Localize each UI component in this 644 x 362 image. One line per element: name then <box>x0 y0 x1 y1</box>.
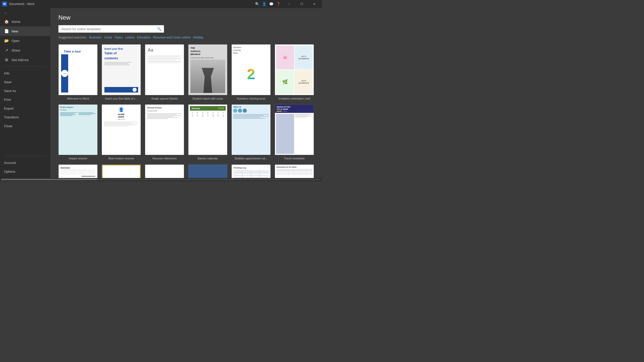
sidebar-label-info: Info <box>4 71 10 75</box>
home-icon: 🏠 <box>4 19 9 24</box>
template-card-resume-impact[interactable]: Robin Zupanc Paralegal <box>58 104 98 160</box>
suggested-searches: Suggested searches: Business Cards Flyer… <box>58 36 314 39</box>
template-thumb-calendar: JanuaryYEAR Su Mo Tu We Th Fr Sa 1 2 <box>188 104 227 155</box>
restore-button[interactable]: ❐ <box>296 0 307 8</box>
content-area: New 🔍 Suggested searches: Business Cards… <box>50 8 322 178</box>
template-thumb-resume-bold: 👤 NAMEHERE JOB TITLE <box>102 104 141 155</box>
sidebar-divider-bottom <box>4 156 46 156</box>
template-thumb-reading: Reading Log Title Author Pages Date <box>231 164 271 178</box>
sidebar-divider <box>4 67 46 67</box>
open-icon: 📂 <box>4 38 9 43</box>
template-card-homework[interactable]: Homework for the Week Sub Mon Tue Wed Th… <box>275 164 314 178</box>
template-label-blank: Single spaced (blank) <box>151 97 178 100</box>
window-controls: ─ ❐ ✕ <box>283 0 320 8</box>
sidebar-item-save[interactable]: Save <box>0 78 50 86</box>
sidebar-item-options[interactable]: Options <box>0 167 50 176</box>
close-button[interactable]: ✕ <box>308 0 320 8</box>
template-card-resume-ref[interactable]: Sheetal Parmar Photojournalist Resume re… <box>145 104 184 160</box>
suggested-holiday[interactable]: Holiday <box>193 36 203 39</box>
sidebar-item-close[interactable]: Close <box>0 122 50 130</box>
template-card-judicial[interactable]: THEJUDICIALBRANCH COURT ROLE AND STRUCTU… <box>188 44 227 100</box>
search-bar[interactable]: 🔍 <box>58 25 164 33</box>
template-card-diploma[interactable]: DIPLOMA CERTIFICATE This certifies that … <box>102 164 141 178</box>
template-card-calendar[interactable]: JanuaryYEAR Su Mo Tu We Th Fr Sa 1 2 <box>188 104 227 160</box>
suggested-resumes[interactable]: Resumes and Cover Letters <box>153 36 190 39</box>
minimize-button[interactable]: ─ <box>283 0 295 8</box>
template-card-tour[interactable]: Take a tour → Welcome to Word <box>58 44 98 100</box>
bottom-scrollbar[interactable] <box>0 178 322 181</box>
suggested-business[interactable]: Business <box>89 36 102 39</box>
sidebar-label-home: Home <box>12 20 20 24</box>
sidebar-label-getaddins: Get Add-ins <box>12 58 29 62</box>
template-card-invoice[interactable]: INVOICE Service invoice (simple li... <box>58 164 98 178</box>
template-card-reading[interactable]: Reading Log Title Author Pages Date <box>231 164 271 178</box>
suggested-letters[interactable]: Letters <box>125 36 135 39</box>
suggested-cards[interactable]: Cards <box>104 36 112 39</box>
sidebar-item-print[interactable]: Print <box>0 95 50 104</box>
sidebar-label-close: Close <box>4 124 12 128</box>
template-label-tour: Welcome to Word <box>67 97 89 100</box>
sidebar-item-info[interactable]: Info <box>0 69 50 78</box>
suggested-education[interactable]: Education <box>137 36 150 39</box>
sidebar-label-export: Export <box>4 107 14 110</box>
template-thumb-numbers: NumbersColoringBook 2 <box>231 44 271 95</box>
template-thumb-blank: Aa <box>145 44 184 95</box>
template-label-numbers: Numbers coloring book <box>237 97 265 100</box>
sidebar-item-export[interactable]: Export <box>0 104 50 113</box>
template-card-bubbles[interactable]: WEEK OF <box>231 104 271 160</box>
template-label-resume-impact: Impact resume <box>69 157 87 160</box>
search-button[interactable]: 🔍 <box>157 27 161 31</box>
template-card-newsletter[interactable]: NEWSLETTERTITLE HERE <box>275 104 314 160</box>
sidebar-label-open: Open <box>12 39 20 43</box>
template-thumb-invitation: 🌸 LET'SCELEBRATE 🌿 LET'SCELEBRATE <box>275 44 314 95</box>
template-thumb-invoice: INVOICE <box>58 164 98 178</box>
sidebar: ← 🏠 Home 📄 New 📂 Open ↗ Share ⊞ Get Add-… <box>0 8 50 178</box>
template-card-blank[interactable]: Aa Single spaced (blank) <box>145 44 184 100</box>
suggested-flyers[interactable]: Flyers <box>114 36 123 39</box>
search-input[interactable] <box>61 27 157 31</box>
template-thumb-balloons: HAPPYBIRTHDAY! <box>145 164 184 178</box>
sidebar-label-new: New <box>12 29 18 33</box>
feedback-icon[interactable]: 💬 <box>269 2 273 6</box>
sidebar-item-getaddins[interactable]: ⊞ Get Add-ins <box>0 55 50 65</box>
template-label-toc: Insert your first table of c... <box>105 97 138 100</box>
template-thumb-resume-impact: Robin Zupanc Paralegal <box>58 104 98 155</box>
template-thumb-resume-ref: Sheetal Parmar Photojournalist <box>145 104 184 155</box>
app-logo: W <box>2 2 7 7</box>
search-icon[interactable]: 🔍 <box>255 2 259 6</box>
sidebar-label-transform: Transform <box>4 115 19 119</box>
sidebar-label-share: Share <box>12 49 20 52</box>
scrollbar-track[interactable] <box>1 179 321 180</box>
scrollbar-thumb[interactable] <box>1 179 97 180</box>
template-thumb-toc: Insert your firstTable ofcontents → <box>102 44 141 95</box>
titlebar: W Document1 - Word 🔍 👤 💬 ❓ ─ ❐ ✕ <box>0 0 322 8</box>
sidebar-label-options: Options <box>4 170 15 173</box>
suggested-label: Suggested searches: <box>58 36 87 39</box>
sidebar-item-saveas[interactable]: Save As <box>0 86 50 95</box>
sidebar-item-share[interactable]: ↗ Share <box>0 46 50 55</box>
template-label-bubbles: Bubbles appointment cal... <box>235 157 267 160</box>
sidebar-item-open[interactable]: 📂 Open <box>0 36 50 46</box>
template-card-birthday[interactable]: COME CELEBRATE! NAMEIS TURNING 29! Date,… <box>188 164 227 178</box>
help-icon[interactable]: ❓ <box>276 2 280 6</box>
titlebar-left: W Document1 - Word <box>2 2 34 7</box>
template-card-invitation[interactable]: 🌸 LET'SCELEBRATE 🌿 LET'SCELEBRATE Inv <box>275 44 314 100</box>
sidebar-item-transform[interactable]: Transform <box>0 113 50 122</box>
sidebar-label-saveas: Save As <box>4 89 16 93</box>
titlebar-right: 🔍 👤 💬 ❓ ─ ❐ ✕ <box>255 0 320 8</box>
sidebar-item-home[interactable]: 🏠 Home <box>0 17 50 26</box>
titlebar-title: Document1 - Word <box>9 2 34 6</box>
template-label-newsletter: Travel newsletter <box>284 157 305 160</box>
template-card-numbers[interactable]: NumbersColoringBook 2 Numbers coloring b… <box>231 44 271 100</box>
template-card-toc[interactable]: Insert your firstTable ofcontents → Inse… <box>102 44 141 100</box>
back-button[interactable]: ← <box>0 9 50 17</box>
template-card-balloons[interactable]: HAPPYBIRTHDAY! Balloons birthday card <box>145 164 184 178</box>
template-card-resume-bold[interactable]: 👤 NAMEHERE JOB TITLE Bold modern resume <box>102 104 141 160</box>
template-thumb-tour: Take a tour → <box>58 44 98 95</box>
template-thumb-judicial: THEJUDICIALBRANCH COURT ROLE AND STRUCTU… <box>188 44 227 95</box>
templates-grid: Take a tour → Welcome to Word Insert you… <box>58 44 314 178</box>
template-thumb-newsletter: NEWSLETTERTITLE HERE <box>275 104 314 155</box>
sidebar-item-new[interactable]: 📄 New <box>0 26 50 36</box>
user-icon[interactable]: 👤 <box>262 2 266 6</box>
sidebar-item-account[interactable]: Account <box>0 158 50 167</box>
